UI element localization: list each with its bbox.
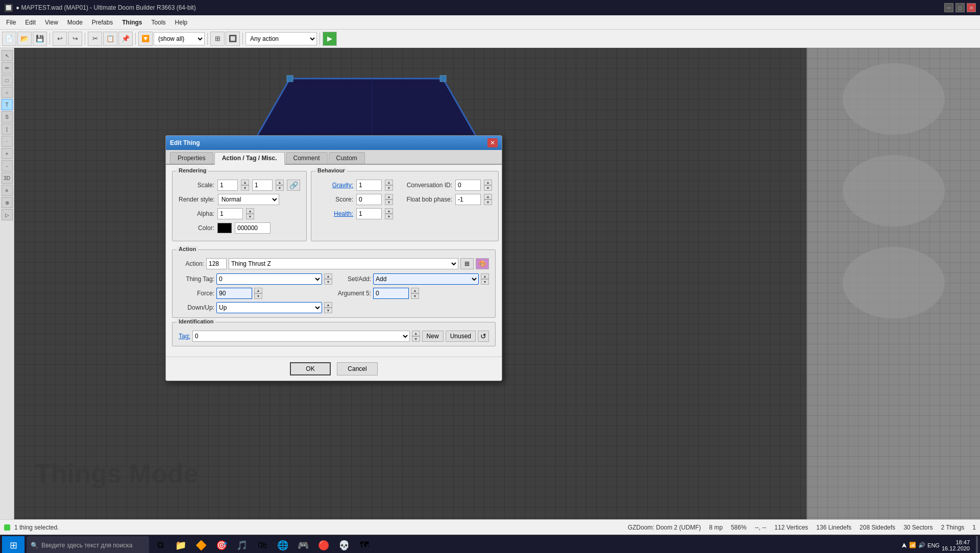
tag-label[interactable]: Tag: [179, 333, 190, 340]
scale-x-input[interactable] [217, 180, 238, 191]
taskview-btn[interactable]: ⧉ [151, 536, 169, 554]
new-btn[interactable]: 📄 [2, 32, 16, 46]
alpha-spinner[interactable]: ▲ ▼ [246, 208, 254, 219]
force-up[interactable]: ▲ [254, 288, 262, 293]
snap-btn[interactable]: 🔲 [226, 32, 240, 46]
app6-icon[interactable]: 💀 [335, 536, 353, 554]
force-down[interactable]: ▼ [254, 293, 262, 299]
dialog-close-button[interactable]: ✕ [487, 138, 498, 147]
color-hex-input[interactable] [235, 222, 271, 234]
menu-view[interactable]: View [41, 18, 62, 27]
float-up[interactable]: ▲ [484, 194, 492, 199]
scale-y-down[interactable]: ▼ [276, 185, 284, 191]
thing-tag-spinner[interactable]: ▲ ▼ [324, 273, 332, 285]
float-bob-input[interactable] [455, 194, 481, 205]
scale-x-up[interactable]: ▲ [241, 180, 249, 185]
alpha-input[interactable] [217, 208, 243, 219]
scale-y-spinner[interactable]: ▲ ▼ [276, 180, 284, 191]
left-test-btn[interactable]: ▷ [2, 209, 13, 220]
health-input[interactable] [356, 208, 382, 219]
cut-btn[interactable]: ✂ [88, 32, 102, 46]
force-spinner[interactable]: ▲ ▼ [254, 288, 262, 299]
menu-edit[interactable]: Edit [21, 18, 40, 27]
tab-comment[interactable]: Comment [286, 152, 328, 164]
new-button[interactable]: New [422, 331, 444, 342]
score-up[interactable]: ▲ [385, 194, 393, 199]
app5-icon[interactable]: 🔴 [314, 536, 333, 554]
arg5-up[interactable]: ▲ [411, 288, 419, 293]
left-draw-btn[interactable]: ✏ [2, 62, 13, 73]
health-spinner[interactable]: ▲ ▼ [385, 208, 393, 219]
scale-x-spinner[interactable]: ▲ ▼ [241, 180, 249, 191]
action-name-select[interactable]: Thing Thrust Z [229, 258, 458, 269]
cancel-button[interactable]: Cancel [337, 362, 378, 375]
app3-icon[interactable]: 🎵 [233, 536, 251, 554]
app2-icon[interactable]: 🎯 [212, 536, 231, 554]
open-btn[interactable]: 📂 [17, 32, 32, 46]
show-desktop-btn[interactable] [976, 536, 978, 554]
down-up-down[interactable]: ▼ [324, 308, 332, 313]
tab-custom[interactable]: Custom [329, 152, 365, 164]
file-manager-icon[interactable]: 📁 [172, 536, 190, 554]
menu-mode[interactable]: Mode [63, 18, 87, 27]
minimize-button[interactable]: ─ [944, 3, 953, 12]
volume-icon[interactable]: 🔊 [918, 542, 925, 548]
health-up[interactable]: ▲ [385, 208, 393, 214]
left-line-btn[interactable]: | [2, 123, 13, 135]
action-dropdown[interactable]: Any action [246, 32, 317, 45]
health-label[interactable]: Health: [317, 210, 353, 217]
scale-y-input[interactable] [252, 180, 273, 191]
down-up-spinner[interactable]: ▲ ▼ [324, 302, 332, 313]
close-button[interactable]: ✕ [967, 3, 976, 12]
left-zoom-in-btn[interactable]: + [2, 148, 13, 159]
conv-up[interactable]: ▲ [484, 180, 492, 185]
doom-builder-icon[interactable]: 🗺 [355, 536, 374, 554]
tag-up[interactable]: ▲ [412, 331, 420, 336]
tag-select[interactable]: 0 [192, 331, 410, 342]
left-script-btn[interactable]: ≡ [2, 185, 13, 196]
lang-indicator[interactable]: ENG [927, 542, 940, 548]
grid-btn[interactable]: ⊞ [210, 32, 225, 46]
menu-file[interactable]: File [2, 18, 20, 27]
menu-things[interactable]: Things [118, 18, 146, 27]
thing-tag-down[interactable]: ▼ [324, 279, 332, 285]
tab-properties[interactable]: Properties [170, 152, 213, 164]
maximize-button[interactable]: □ [955, 3, 965, 12]
left-circle-btn[interactable]: ○ [2, 87, 13, 98]
set-add-select[interactable]: Add [373, 273, 479, 285]
arg5-input[interactable] [373, 288, 409, 299]
arg5-down[interactable]: ▼ [411, 293, 419, 299]
left-rect-btn[interactable]: □ [2, 74, 13, 86]
gravity-up[interactable]: ▲ [385, 180, 393, 185]
tab-action-tag[interactable]: Action / Tag / Misc. [214, 152, 285, 165]
store-icon[interactable]: 🛍 [253, 536, 272, 554]
action-info-btn[interactable]: ⊞ [460, 258, 474, 269]
thing-tag-select[interactable]: 0 [216, 273, 322, 285]
undo-btn[interactable]: ↩ [53, 32, 67, 46]
menu-tools[interactable]: Tools [148, 18, 170, 27]
conv-spinner[interactable]: ▲ ▼ [484, 180, 492, 191]
reset-tag-btn[interactable]: ↺ [478, 331, 489, 342]
ok-button[interactable]: OK [290, 362, 331, 375]
left-3d-btn[interactable]: 3D [2, 172, 13, 184]
health-down[interactable]: ▼ [385, 214, 393, 219]
force-input[interactable] [216, 288, 252, 299]
tag-spinner[interactable]: ▲ ▼ [412, 331, 420, 342]
menu-prefabs[interactable]: Prefabs [88, 18, 117, 27]
canvas-area[interactable]: Things Mode Edit Thing ✕ Properties Acti… [14, 48, 806, 519]
left-select-btn[interactable]: ↖ [2, 50, 13, 61]
action-number-input[interactable] [206, 258, 227, 269]
score-spinner[interactable]: ▲ ▼ [385, 194, 393, 205]
left-sector-btn[interactable]: S [2, 111, 13, 122]
tag-down[interactable]: ▼ [412, 336, 420, 342]
clock[interactable]: 18:47 16.12.2020 [942, 539, 974, 551]
alpha-down[interactable]: ▼ [246, 214, 254, 219]
copy-btn[interactable]: 📋 [103, 32, 117, 46]
arg5-spinner[interactable]: ▲ ▼ [411, 288, 419, 299]
menu-help[interactable]: Help [171, 18, 192, 27]
set-add-spinner[interactable]: ▲ ▼ [481, 273, 489, 285]
down-up-up[interactable]: ▲ [324, 302, 332, 308]
set-add-up[interactable]: ▲ [481, 273, 489, 279]
save-btn[interactable]: 💾 [33, 32, 47, 46]
gravity-label[interactable]: Gravity: [317, 182, 353, 189]
